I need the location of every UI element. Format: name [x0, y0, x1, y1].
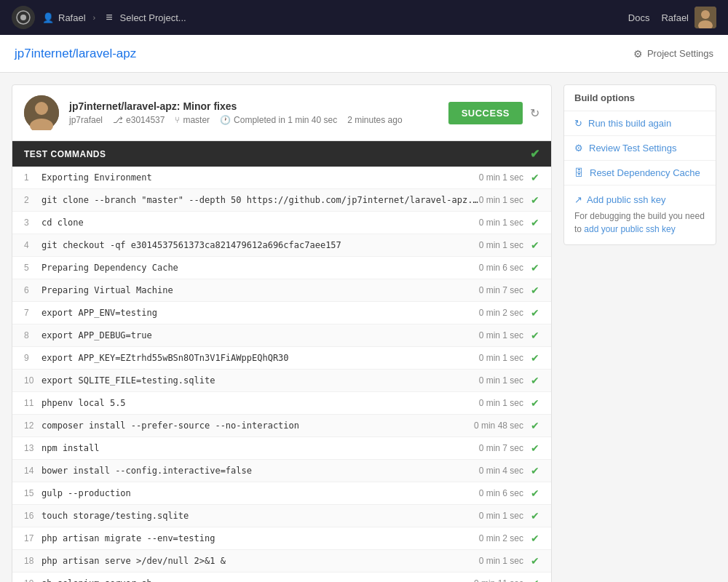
cmd-number: 5 [24, 263, 41, 273]
nav-project-selector[interactable]: Select Project... [120, 12, 186, 23]
build-option-item-1[interactable]: ⚙ Review Test Settings [564, 136, 716, 161]
build-meta: jp7rafael ⎇ e3014537 ⑂ master 🕐 Complete… [69, 115, 438, 125]
nav-docs-link[interactable]: Docs [628, 12, 650, 23]
cmd-check-icon: ✔ [531, 352, 539, 364]
build-options-header: Build options [564, 85, 716, 111]
commit-icon: ⎇ [113, 115, 123, 125]
cmd-check-icon: ✔ [531, 420, 539, 431]
table-row[interactable]: 9 export APP_KEY=EZtrhd55wBSn8OTn3V1FiAW… [12, 347, 551, 370]
build-option-item-0[interactable]: ↻ Run this build again [564, 111, 716, 136]
commands-list: 1 Exporting Environment 0 min 1 sec ✔ 2 … [12, 167, 551, 582]
cmd-time: 0 min 1 sec [479, 556, 523, 566]
build-commit-hash: ⎇ e3014537 [113, 115, 165, 125]
cmd-number: 1 [24, 172, 41, 183]
clock-icon: 🕐 [220, 115, 231, 125]
cmd-text: gulp --production [41, 488, 479, 498]
cmd-time: 0 min 7 sec [479, 285, 523, 295]
table-row[interactable]: 4 git checkout -qf e3014537561373ca82147… [12, 234, 551, 257]
table-row[interactable]: 13 npm install 0 min 7 sec ✔ [12, 437, 551, 460]
cmd-number: 6 [24, 285, 41, 295]
cmd-time: 0 min 11 sec [474, 578, 523, 582]
table-row[interactable]: 14 bower install --config.interactive=fa… [12, 460, 551, 482]
build-option-items: ↻ Run this build again ⚙ Review Test Set… [564, 111, 716, 186]
nav-user[interactable]: 👤 Rafael [42, 12, 86, 23]
cmd-time: 0 min 1 sec [479, 398, 523, 408]
table-row[interactable]: 2 git clone --branch "master" --depth 50… [12, 189, 551, 212]
cmd-text: npm install [41, 443, 479, 453]
cmd-number: 10 [24, 375, 41, 386]
table-row[interactable]: 6 Preparing Virtual Machine 0 min 7 sec … [12, 279, 551, 302]
cmd-time: 0 min 4 sec [479, 466, 523, 476]
cmd-text: export APP_ENV=testing [41, 308, 479, 318]
table-row[interactable]: 1 Exporting Environment 0 min 1 sec ✔ [12, 167, 551, 189]
table-row[interactable]: 8 export APP_DEBUG=true 0 min 1 sec ✔ [12, 324, 551, 347]
cmd-text: export APP_KEY=EZtrhd55wBSn8OTn3V1FiAWpp… [41, 353, 479, 363]
cmd-text: cd clone [41, 218, 479, 228]
table-row[interactable]: 15 gulp --production 0 min 6 sec ✔ [12, 482, 551, 505]
table-row[interactable]: 10 export SQLITE_FILE=testing.sqlite 0 m… [12, 370, 551, 392]
cmd-number: 19 [24, 578, 41, 582]
build-commit-message: Minor fixes [183, 100, 237, 112]
cmd-time: 0 min 2 sec [479, 308, 523, 318]
table-row[interactable]: 19 sh selenium_server.sh 0 min 11 sec ✔ [12, 573, 551, 582]
refresh-button[interactable]: ↻ [530, 106, 539, 120]
table-row[interactable]: 16 touch storage/testing.sqlite 0 min 1 … [12, 505, 551, 527]
build-avatar [24, 95, 59, 130]
nav-right-user-label: Rafael [661, 12, 689, 23]
cmd-time: 0 min 7 sec [479, 443, 523, 453]
project-title[interactable]: jp7internet/laravel-apz [15, 47, 136, 61]
test-commands-check-icon: ✔ [530, 147, 540, 161]
table-row[interactable]: 12 composer install --prefer-source --no… [12, 415, 551, 437]
cmd-number: 12 [24, 420, 41, 431]
cmd-number: 7 [24, 308, 41, 318]
table-row[interactable]: 3 cd clone 0 min 1 sec ✔ [12, 212, 551, 234]
table-row[interactable]: 17 php artisan migrate --env=testing 0 m… [12, 527, 551, 550]
cmd-text: git checkout -qf e3014537561373ca8214796… [41, 240, 479, 250]
cmd-check-icon: ✔ [531, 284, 539, 296]
cmd-check-icon: ✔ [531, 194, 539, 206]
cmd-check-icon: ✔ [531, 262, 539, 274]
build-option-item-2[interactable]: 🗄 Reset Dependency Cache [564, 161, 716, 186]
table-row[interactable]: 7 export APP_ENV=testing 0 min 2 sec ✔ [12, 302, 551, 324]
cmd-time: 0 min 1 sec [479, 330, 523, 340]
settings-gear-icon: ⚙ [633, 48, 643, 60]
table-row[interactable]: 11 phpenv local 5.5 0 min 1 sec ✔ [12, 392, 551, 415]
cmd-time: 0 min 1 sec [479, 195, 523, 205]
cmd-text: Preparing Virtual Machine [41, 285, 479, 295]
cmd-number: 4 [24, 240, 41, 250]
table-row[interactable]: 18 php artisan serve >/dev/null 2>&1 & 0… [12, 550, 551, 573]
cmd-time: 0 min 1 sec [479, 353, 523, 363]
build-option-icon: ↻ [574, 118, 582, 129]
ssh-key-link[interactable]: add your public ssh key [584, 224, 675, 234]
nav-avatar [695, 7, 716, 28]
cmd-number: 13 [24, 443, 41, 453]
build-branch: ⑂ master [175, 115, 210, 125]
svg-point-1 [20, 15, 26, 20]
add-ssh-key-link[interactable]: ↗ Add public ssh key [574, 194, 705, 205]
cmd-text: php artisan migrate --env=testing [41, 533, 479, 543]
app-logo[interactable] [12, 6, 35, 29]
cmd-check-icon: ✔ [531, 375, 539, 386]
cmd-check-icon: ✔ [531, 307, 539, 319]
cmd-time: 0 min 1 sec [479, 172, 523, 183]
nav-user-icon: 👤 [42, 12, 54, 23]
ssh-key-description: For debugging the build you need to add … [574, 210, 705, 236]
cmd-time: 0 min 6 sec [479, 263, 523, 273]
svg-point-6 [35, 102, 48, 115]
ssh-key-section: ↗ Add public ssh key For debugging the b… [564, 186, 716, 244]
build-user: jp7rafael [69, 115, 103, 125]
cmd-time: 0 min 1 sec [479, 511, 523, 521]
cmd-number: 15 [24, 488, 41, 498]
cmd-time: 0 min 1 sec [479, 218, 523, 228]
nav-right-user[interactable]: Rafael [661, 7, 716, 28]
cmd-check-icon: ✔ [531, 510, 539, 522]
settings-label: Project Settings [647, 48, 713, 59]
project-settings-link[interactable]: ⚙ Project Settings [633, 48, 713, 60]
cmd-time: 0 min 1 sec [479, 240, 523, 250]
cmd-check-icon: ✔ [531, 555, 539, 567]
table-row[interactable]: 5 Preparing Dependency Cache 0 min 6 sec… [12, 257, 551, 279]
build-options-card: Build options ↻ Run this build again ⚙ R… [563, 84, 716, 245]
cmd-number: 14 [24, 466, 41, 476]
nav-hamburger-icon[interactable]: ≡ [106, 11, 112, 24]
build-actions: SUCCESS ↻ [448, 102, 539, 124]
